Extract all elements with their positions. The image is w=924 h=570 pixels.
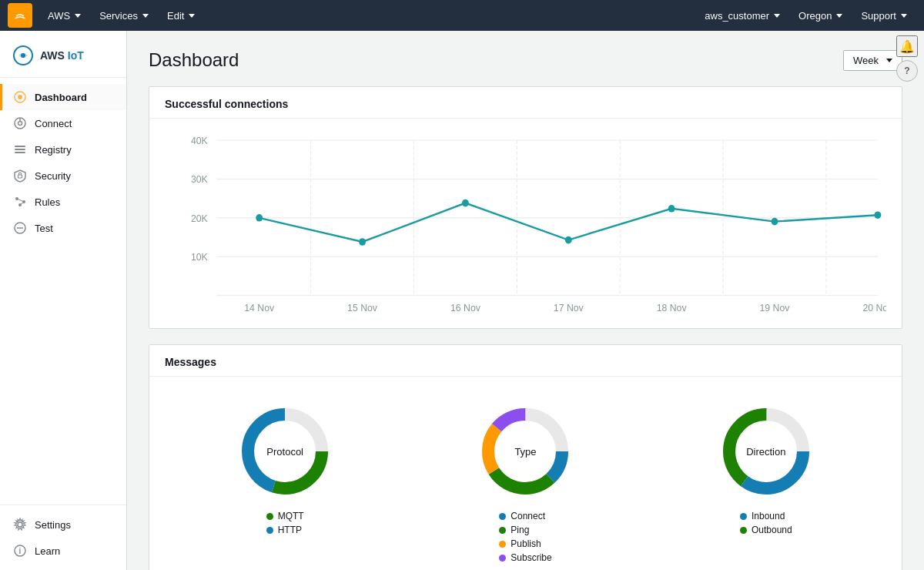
messages-card: Messages Protocol [149, 344, 902, 570]
legend-subscribe: Subscribe [499, 552, 551, 563]
sidebar: AWS IoT Dashboard Connect [0, 31, 127, 570]
publish-dot [499, 541, 506, 548]
navbar-services[interactable]: Services [90, 0, 158, 31]
sidebar-item-learn[interactable]: i Learn [0, 538, 126, 564]
direction-legend: Inbound Outbound [740, 511, 792, 535]
messages-card-title: Messages [149, 345, 902, 377]
inbound-dot [740, 513, 747, 520]
svg-point-39 [462, 200, 469, 207]
svg-point-37 [256, 214, 263, 222]
settings-icon [13, 518, 27, 531]
edit-chevron [189, 14, 195, 18]
connections-card-title: Successful connections [149, 87, 902, 119]
svg-text:40K: 40K [191, 134, 208, 146]
navbar-right: aws_customer Oregon Support [695, 0, 916, 31]
sidebar-item-registry[interactable]: Registry [0, 136, 126, 163]
legend-http: HTTP [266, 525, 304, 535]
svg-rect-11 [18, 175, 22, 178]
svg-line-16 [20, 202, 24, 205]
http-dot [266, 527, 273, 534]
protocol-chart: Protocol MQTT HTTP [165, 401, 405, 535]
user-chevron [774, 14, 780, 18]
outbound-dot [740, 527, 747, 534]
main-content: Dashboard Week Successful connections [127, 31, 924, 570]
region-chevron [836, 14, 842, 18]
week-selector[interactable]: Week [843, 50, 902, 71]
sidebar-item-rules[interactable]: Rules [0, 189, 126, 215]
protocol-donut-svg [235, 401, 335, 501]
svg-text:17 Nov: 17 Nov [554, 302, 584, 314]
navbar-user[interactable]: aws_customer [695, 0, 789, 31]
legend-publish: Publish [499, 538, 551, 549]
security-icon [13, 169, 27, 183]
direction-donut-wrapper: Direction [716, 401, 816, 501]
protocol-donut-wrapper: Protocol [235, 401, 335, 501]
legend-connect: Connect [499, 511, 551, 521]
navbar-region[interactable]: Oregon [789, 0, 852, 31]
navbar-edit[interactable]: Edit [158, 0, 204, 31]
svg-text:19 Nov: 19 Nov [760, 302, 790, 314]
services-chevron [142, 14, 149, 18]
help-button[interactable]: ? [896, 60, 918, 82]
svg-point-19 [18, 522, 22, 527]
type-chart: Type Connect Ping Publish [405, 401, 645, 563]
direction-chart: Direction Inbound Outbound [646, 401, 886, 535]
brand-chevron [75, 14, 81, 18]
type-donut-svg [475, 401, 575, 501]
svg-rect-0 [12, 8, 28, 23]
direction-donut-svg [716, 401, 816, 501]
page-title: Dashboard [149, 49, 239, 71]
line-chart: 40K 30K 20K 10K 14 Nov [165, 131, 886, 316]
type-legend: Connect Ping Publish Subscribe [499, 511, 551, 563]
svg-point-38 [359, 238, 366, 246]
svg-text:30K: 30K [191, 173, 208, 186]
svg-point-6 [18, 122, 22, 126]
learn-icon: i [13, 544, 27, 558]
svg-line-15 [17, 199, 24, 202]
sidebar-item-connect[interactable]: Connect [0, 110, 126, 136]
svg-rect-9 [15, 149, 25, 150]
sidebar-item-security[interactable]: Security [0, 163, 126, 189]
mqtt-dot [266, 513, 273, 520]
svg-text:14 Nov: 14 Nov [244, 302, 274, 314]
ping-dot [499, 527, 506, 534]
legend-outbound: Outbound [740, 525, 792, 535]
page-header: Dashboard Week [149, 49, 902, 71]
rules-icon [13, 195, 27, 209]
svg-point-41 [668, 205, 675, 213]
donut-charts-row: Protocol MQTT HTTP [165, 389, 886, 569]
navbar-brand[interactable]: AWS [38, 0, 90, 31]
awsiot-logo-icon [12, 45, 34, 66]
messages-card-body: Protocol MQTT HTTP [149, 377, 902, 570]
sidebar-item-dashboard[interactable]: Dashboard [0, 84, 126, 110]
legend-mqtt: MQTT [266, 511, 304, 521]
svg-text:20 Nov: 20 Nov [862, 302, 886, 314]
dashboard-icon [13, 90, 27, 104]
notifications-button[interactable]: 🔔 [896, 35, 918, 57]
legend-inbound: Inbound [740, 511, 792, 521]
svg-text:18 Nov: 18 Nov [657, 302, 687, 314]
type-donut-wrapper: Type [475, 401, 575, 501]
sidebar-logo: AWS IoT [0, 31, 126, 78]
connections-card: Successful connections [149, 86, 902, 329]
svg-text:20K: 20K [191, 212, 208, 224]
week-chevron [886, 59, 892, 62]
svg-rect-10 [15, 152, 25, 153]
svg-text:i: i [19, 547, 22, 555]
sidebar-item-settings[interactable]: Settings [0, 511, 126, 538]
subscribe-dot [499, 555, 506, 562]
svg-point-42 [772, 218, 778, 226]
svg-text:15 Nov: 15 Nov [347, 302, 377, 314]
connections-card-body: 40K 30K 20K 10K 14 Nov [149, 119, 902, 328]
svg-text:16 Nov: 16 Nov [450, 302, 480, 314]
svg-point-2 [21, 53, 25, 58]
navbar-support[interactable]: Support [852, 0, 916, 31]
svg-rect-8 [15, 146, 25, 147]
sidebar-item-test[interactable]: Test [0, 215, 126, 241]
topright-actions: 🔔 ? [896, 35, 918, 82]
svg-point-43 [874, 211, 881, 219]
aws-logo [8, 3, 32, 28]
sidebar-logo-text: AWS IoT [40, 49, 84, 62]
line-chart-svg: 40K 30K 20K 10K 14 Nov [165, 131, 886, 316]
sidebar-bottom: Settings i Learn [0, 505, 126, 570]
